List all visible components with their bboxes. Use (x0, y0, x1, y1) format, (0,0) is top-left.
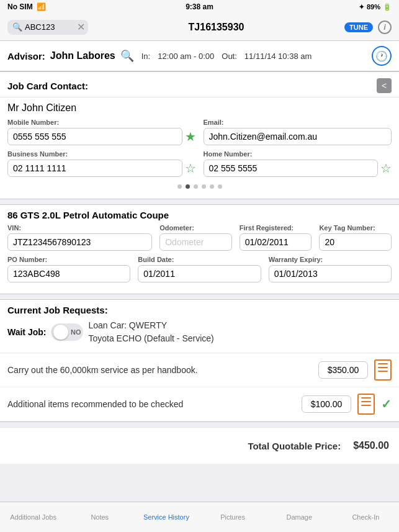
business-group: Business Number: ☆ (7, 150, 196, 177)
total-price: $450.00 (353, 440, 389, 451)
tab-check-in-label: Check-In (352, 513, 379, 521)
odometer-label: Odometer: (159, 224, 232, 232)
bluetooth-icon: ✦ (359, 3, 364, 11)
po-label: PO Number: (7, 256, 130, 263)
vin-input[interactable] (7, 233, 152, 251)
po-input[interactable] (7, 265, 130, 282)
status-right: ✦ 89% 🔋 (359, 3, 392, 11)
search-box[interactable]: 🔍 ✕ (7, 20, 88, 35)
key-tag-input[interactable] (319, 233, 392, 251)
dot-4[interactable] (202, 184, 206, 189)
vehicle-description: 86 GTS 2.0L Petrol Automatic Coupe (0, 205, 399, 224)
contact-section-header: Job Card Contact: < (0, 72, 399, 97)
email-label: Email: (204, 119, 392, 126)
job-item-1-doc-icon[interactable] (374, 359, 392, 381)
job-requests-section: Current Job Requests: Wait Job: NO Loan … (0, 299, 399, 422)
tab-pictures[interactable]: Pictures (200, 502, 266, 532)
job-item-2-doc-icon[interactable] (357, 394, 375, 415)
toggle-text: NO (71, 328, 81, 336)
search-input[interactable] (25, 22, 74, 32)
vehicle-form: VIN: Odometer: First Registered: Key Tag… (0, 224, 399, 294)
tab-bar: Additional Jobs Notes Service History Pi… (0, 502, 399, 532)
advisor-label: Advisor: (7, 51, 45, 61)
dot-3[interactable] (194, 184, 198, 189)
out-value: 11/11/14 10:38 am (244, 52, 312, 61)
nav-title: TJ16135930 (189, 22, 244, 33)
tab-check-in[interactable]: Check-In (333, 502, 399, 532)
tab-damage[interactable]: Damage (266, 502, 333, 532)
info-button[interactable]: i (378, 20, 392, 34)
loan-car-model: Toyota ECHO (Default - Service) (88, 332, 213, 345)
collapse-button[interactable]: < (377, 78, 392, 93)
nav-right: TUNE i (344, 20, 392, 34)
mobile-label: Mobile Number: (7, 119, 196, 126)
vin-label: VIN: (7, 224, 152, 232)
advisor-bar: Advisor: John Labores 🔍 In: 12:00 am - 0… (0, 41, 399, 71)
toggle-knob (53, 325, 68, 340)
first-reg-input[interactable] (240, 233, 312, 251)
advisor-name: John Labores (50, 50, 115, 61)
job-item-1-price[interactable]: $350.00 (318, 361, 368, 379)
mobile-star-icon[interactable]: ★ (185, 129, 196, 144)
dot-2[interactable] (186, 184, 190, 189)
home-group: Home Number: ☆ (204, 150, 392, 177)
search-magnifier-icon[interactable]: 🔍 (120, 49, 134, 63)
loan-car-info: Loan Car: QWERTY Toyota ECHO (Default - … (88, 319, 213, 345)
key-tag-label: Key Tag Number: (319, 224, 392, 232)
dot-5[interactable] (210, 184, 214, 189)
page-dots (7, 182, 392, 194)
build-date-input[interactable] (138, 265, 261, 282)
email-group: Email: (204, 119, 392, 145)
warranty-input[interactable] (269, 265, 392, 282)
odometer-input[interactable] (159, 233, 232, 251)
job-item-2: Additional items recommended to be check… (0, 387, 399, 422)
mobile-group: Mobile Number: ★ (7, 119, 196, 145)
carrier-label: No SIM (7, 2, 33, 11)
first-reg-group: First Registered: (240, 224, 312, 251)
job-section-body: Current Job Requests: Wait Job: NO Loan … (0, 300, 399, 353)
status-time: 9:38 am (186, 2, 213, 11)
wait-job-toggle[interactable]: NO (51, 323, 83, 341)
dot-6[interactable] (218, 184, 222, 189)
warranty-label: Warranty Expiry: (269, 256, 392, 263)
tune-badge[interactable]: TUNE (344, 22, 373, 32)
tab-notes[interactable]: Notes (66, 502, 133, 532)
status-bar: No SIM 📶 9:38 am ✦ 89% 🔋 (0, 0, 399, 14)
total-label: Total Quotable Price: (248, 441, 341, 451)
out-label: Out: (222, 52, 237, 61)
clock-button[interactable]: 🕐 (372, 46, 392, 66)
wait-job-label: Wait Job: (7, 327, 46, 337)
build-date-group: Build Date: (138, 256, 261, 282)
tab-additional-jobs[interactable]: Additional Jobs (0, 502, 66, 532)
status-left: No SIM 📶 (7, 2, 46, 11)
clear-search-button[interactable]: ✕ (77, 22, 85, 32)
battery-label: 89% (367, 3, 380, 11)
contact-section: Job Card Contact: < Mr John Citizen Mobi… (0, 71, 399, 199)
business-home-row: Business Number: ☆ Home Number: ☆ (7, 150, 392, 177)
job-item-1: Carry out the 60,000km service as per ha… (0, 353, 399, 387)
vin-group: VIN: (7, 224, 152, 251)
mobile-input[interactable] (7, 128, 182, 145)
job-item-2-price[interactable]: $100.00 (302, 395, 351, 413)
business-star-icon[interactable]: ☆ (185, 161, 196, 176)
wait-job-row: Wait Job: NO Loan Car: QWERTY Toyota ECH… (7, 319, 392, 345)
po-row: PO Number: Build Date: Warranty Expiry: (7, 256, 392, 282)
search-icon: 🔍 (12, 22, 22, 32)
total-row: Total Quotable Price: $450.00 (0, 427, 399, 464)
dot-1[interactable] (177, 184, 182, 189)
job-item-1-text: Carry out the 60,000km service as per ha… (7, 365, 312, 375)
nav-bar: 🔍 ✕ TJ16135930 TUNE i (0, 14, 399, 41)
customer-name: Mr John Citizen (7, 102, 392, 114)
business-input[interactable] (7, 160, 182, 177)
email-input[interactable] (204, 128, 392, 145)
mobile-email-row: Mobile Number: ★ Email: (7, 119, 392, 145)
job-item-2-text: Additional items recommended to be check… (7, 399, 295, 409)
tab-service-history[interactable]: Service History (133, 502, 199, 532)
vehicle-section: 86 GTS 2.0L Petrol Automatic Coupe VIN: … (0, 204, 399, 294)
home-star-icon[interactable]: ☆ (380, 161, 392, 176)
tab-notes-label: Notes (91, 513, 109, 521)
in-label: In: (141, 52, 150, 61)
home-label: Home Number: (204, 150, 392, 158)
vin-row: VIN: Odometer: First Registered: Key Tag… (7, 224, 392, 251)
home-input[interactable] (204, 160, 379, 177)
